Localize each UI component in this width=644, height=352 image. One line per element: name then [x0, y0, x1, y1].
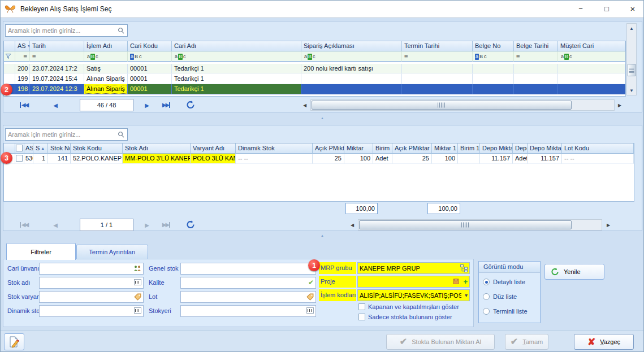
stock-search-input[interactable] — [6, 129, 118, 140]
check-icon[interactable]: ✔ — [308, 279, 314, 286]
column-header-stok-kodu[interactable]: Stok Kodu — [71, 144, 123, 154]
cari-unvani-input[interactable] — [40, 263, 143, 274]
filter-cell-termin[interactable]: = — [402, 51, 473, 62]
stokta-bulunan-button[interactable]: ✔ Stokta Bulunan Miktarı Al — [386, 334, 495, 350]
stokyeri-input[interactable] — [181, 306, 315, 316]
scroll-right-button[interactable]: ▶ — [616, 100, 624, 110]
column-header-asd[interactable]: ASD — [24, 144, 33, 154]
lot-input[interactable] — [181, 292, 315, 302]
pager1-page-indicator[interactable]: 46 / 48 — [80, 99, 133, 111]
stok-varyanti-input[interactable] — [40, 292, 143, 302]
pager1-refresh-button[interactable] — [186, 101, 195, 110]
project-box-icon[interactable] — [453, 278, 459, 286]
orders-horizontal-scrollbar[interactable] — [310, 99, 615, 111]
column-header-s[interactable]: S▲ — [33, 144, 48, 154]
column-header-miktar[interactable]: Miktar — [344, 144, 373, 154]
scroll-left-button[interactable]: ◀ — [301, 100, 309, 110]
people-icon[interactable] — [133, 265, 141, 273]
pager1-next-button[interactable]: ▶ — [140, 100, 154, 110]
mrp-grubu-input[interactable] — [358, 263, 469, 273]
radio-button-selected[interactable] — [483, 279, 490, 285]
select-all-checkbox-cell[interactable] — [15, 144, 24, 154]
scroll-down-button[interactable]: ▼ — [626, 86, 637, 95]
edit-note-button[interactable] — [4, 333, 24, 350]
horizontal-scroll-thumb[interactable] — [359, 220, 572, 229]
order-row-198-selected[interactable]: 198 23.07.2024 12:3 Alınan Sipariş 00001… — [4, 84, 625, 94]
column-header-belge-tarihi[interactable]: Belge Tarihi — [514, 41, 558, 51]
column-header-siparis-aciklamasi[interactable]: Sipariş Açıklaması — [301, 41, 402, 51]
add-icon[interactable]: + — [463, 278, 468, 285]
checkbox-box[interactable] — [358, 303, 365, 310]
stok-adi-input[interactable] — [40, 277, 143, 288]
radio-button[interactable] — [483, 308, 490, 315]
stock-horizontal-scrollbar[interactable] — [358, 219, 602, 231]
pager2-prev-button[interactable]: ◀ — [48, 220, 63, 230]
column-header-acik-pmiktar-1[interactable]: Açık PMiktar 1 — [392, 144, 432, 154]
checkbox-sadece-stokta[interactable]: Sadece stokta bulunanı göster — [358, 314, 452, 320]
column-header-belge-no[interactable]: Belge No — [473, 41, 514, 51]
pager1-last-button[interactable]: ▶▶ — [159, 100, 174, 110]
row-checkbox[interactable] — [16, 155, 23, 162]
radio-duz-liste[interactable]: Düz liste — [483, 293, 517, 300]
column-header-tarih[interactable]: Tarih — [30, 41, 84, 51]
splitter-collapse-button[interactable]: ▲ — [315, 116, 330, 120]
select-all-checkbox[interactable] — [16, 145, 23, 151]
checkbox-kapanan[interactable]: Kapanan ve kapatılmışları göster — [358, 303, 459, 310]
pager2-refresh-button[interactable] — [186, 220, 195, 230]
filter-cell-belge-tarihi[interactable]: = — [514, 51, 558, 62]
tree-hierarchy-icon[interactable] — [460, 264, 468, 274]
filter-cell-as[interactable]: = — [15, 51, 30, 62]
maximize-button[interactable]: □ — [597, 1, 617, 17]
splitter-collapse-button[interactable]: ▲ — [315, 233, 330, 238]
tab-termin-ayrintilari[interactable]: Termin Ayrıntıları — [76, 245, 148, 259]
close-button[interactable]: × — [623, 1, 643, 17]
tab-filtreler[interactable]: Filtreler — [6, 243, 76, 260]
column-header-musteri-cari[interactable]: Müşteri Cari — [558, 41, 625, 51]
orders-vertical-scrollbar[interactable] — [626, 23, 637, 95]
column-header-stok-no[interactable]: Stok No — [48, 144, 71, 154]
column-header-dinamik-stok[interactable]: Dinamik Stok — [236, 144, 313, 154]
radio-terminli-liste[interactable]: Terminli liste — [483, 308, 528, 315]
scroll-up-button[interactable]: ▲ — [626, 24, 637, 33]
column-header-miktar-1[interactable]: Miktar 1 — [432, 144, 458, 154]
column-header-cari-adi[interactable]: Cari Adı — [172, 41, 301, 51]
yenile-button[interactable]: Yenile — [544, 264, 604, 280]
column-header-as[interactable]: AS▼ — [15, 41, 30, 51]
filter-cell-belge-no[interactable]: aBc — [473, 51, 514, 62]
filter-cell-cari-kodu[interactable]: aBc — [128, 51, 172, 62]
order-row-199[interactable]: 199 19.07.2024 15:4 Alınan Sipariş 00001… — [4, 74, 625, 84]
stock-row-530[interactable]: 530 1 141 52.POLO.KANEPE MM-POLO 3'LÜ KA… — [4, 154, 634, 164]
column-header-birim-1[interactable]: Birim 1 — [458, 144, 480, 154]
minimize-button[interactable]: − — [570, 1, 591, 17]
barcode-icon[interactable] — [134, 307, 141, 314]
column-header-depo-miktar-1[interactable]: Depo Miktar 1 — [528, 144, 562, 154]
filter-cell-cari-adi[interactable]: aBc — [172, 51, 301, 62]
column-header-islem-adi[interactable]: İşlem Adı — [84, 41, 128, 51]
column-header-birim[interactable]: Birim — [373, 144, 392, 154]
column-header-termin-tarihi[interactable]: Termin Tarihi — [402, 41, 473, 51]
pager2-page-indicator[interactable]: 1 / 1 — [80, 219, 133, 231]
column-header-depo[interactable]: Depo — [513, 144, 528, 154]
filter-cell-tarih[interactable]: = — [30, 51, 84, 62]
orders-search-input[interactable] — [6, 25, 118, 36]
column-header-stok-adi[interactable]: Stok Adı — [123, 144, 191, 154]
order-row-200[interactable]: 200 23.07.2024 17:2 Satış 00001 Tedarikç… — [4, 64, 625, 74]
tag-icon[interactable] — [134, 293, 141, 302]
radio-button[interactable] — [483, 293, 490, 300]
column-header-cari-kodu[interactable]: Cari Kodu — [128, 41, 172, 51]
pager2-first-button[interactable]: ◀◀ — [16, 220, 31, 230]
checkbox-box[interactable] — [358, 314, 365, 320]
scroll-left-button[interactable]: ◀ — [348, 220, 356, 230]
scroll-right-button[interactable]: ▶ — [604, 220, 612, 230]
islem-kodlari-input[interactable] — [358, 290, 469, 301]
dinamik-stok-input[interactable] — [40, 306, 143, 316]
filter-cell-islem-adi[interactable]: aBc — [84, 51, 128, 62]
vazgec-button[interactable]: ✘ Vazgeç — [574, 334, 634, 350]
column-header-depo-miktar[interactable]: Depo Miktar — [480, 144, 513, 154]
kalite-input[interactable] — [181, 277, 315, 288]
pager1-prev-button[interactable]: ◀ — [48, 100, 63, 110]
column-header-lot-kodu[interactable]: Lot Kodu — [562, 144, 634, 154]
chevron-down-icon[interactable]: ▾ — [465, 292, 468, 299]
filter-cell-musteri[interactable]: aBc — [558, 51, 625, 62]
vertical-scroll-thumb[interactable] — [628, 64, 636, 76]
